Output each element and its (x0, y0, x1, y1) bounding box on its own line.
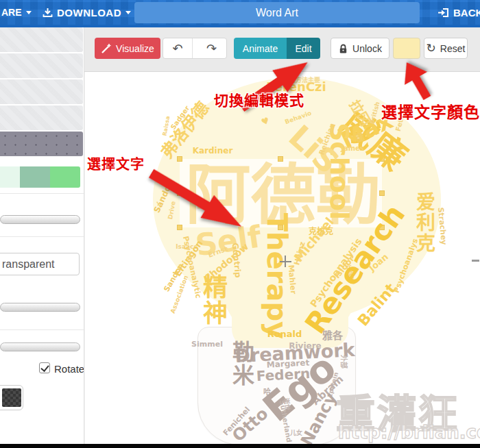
animate-label: Animate (243, 43, 278, 54)
density-slider[interactable] (0, 303, 80, 312)
download-menu-label: DOWNLOAD (57, 7, 121, 18)
app-title-tab: Word Art (134, 2, 420, 23)
rotate-label: Rotate (54, 363, 84, 375)
palette-row[interactable] (0, 53, 83, 78)
selection-handle[interactable] (278, 225, 283, 230)
selection-handle[interactable] (278, 156, 283, 162)
visualize-label: Visualize (116, 43, 154, 54)
bulb-neck-shape (232, 316, 348, 348)
reset-button[interactable]: ↻ Reset (424, 38, 468, 59)
reset-label: Reset (440, 43, 466, 54)
annotation-edit-mode: 切換編輯模式 (214, 89, 304, 110)
unlock-label: Unlock (352, 43, 382, 54)
back-button[interactable]: BACK (437, 0, 480, 25)
divider (0, 236, 84, 237)
download-icon (43, 8, 53, 18)
color-swatch (20, 166, 50, 188)
lock-icon (338, 43, 348, 54)
watermark-url: http://briian.com (338, 422, 480, 443)
selection-handle[interactable] (177, 225, 182, 230)
rotate-checkbox[interactable] (39, 362, 50, 373)
palette-row-selected[interactable] (0, 132, 83, 156)
back-icon (437, 8, 449, 18)
palette-row[interactable] (0, 79, 83, 104)
left-sidebar: Rotate (0, 27, 84, 444)
redo-button[interactable]: ↷ (197, 38, 226, 58)
word-color-swatch-button[interactable] (393, 38, 420, 59)
selection-handle[interactable] (379, 156, 385, 162)
size-slider[interactable] (0, 215, 80, 224)
selection-handle[interactable] (177, 156, 182, 162)
share-menu[interactable]: ARE (1, 0, 32, 25)
undo-button[interactable]: ↶ (163, 38, 193, 58)
unlock-button[interactable]: Unlock (331, 38, 389, 59)
background-color-input[interactable] (0, 253, 80, 275)
crosshair-icon (280, 261, 291, 262)
top-navbar: ARE DOWNLOAD Word Art BACK (0, 0, 480, 27)
rotate-option: Rotate (0, 362, 84, 375)
dark-texture-swatch (2, 388, 21, 407)
palette-row[interactable] (0, 105, 83, 130)
palette-row[interactable] (0, 27, 83, 52)
palette-row-green[interactable] (0, 166, 80, 188)
undo-redo-group: ↶ ↷ (163, 38, 227, 59)
angle-slider[interactable] (0, 343, 80, 351)
wordart-app: ARE DOWNLOAD Word Art BACK (0, 0, 480, 448)
divider (0, 193, 84, 194)
annotation-text-color: 選擇文字顏色 (381, 99, 480, 123)
share-menu-label: ARE (1, 7, 22, 18)
selection-handle[interactable] (379, 190, 385, 196)
page-title: Word Art (256, 7, 298, 19)
annotation-select-text: 選擇文字 (87, 153, 145, 173)
chevron-down-icon (125, 11, 131, 14)
color-swatch (0, 166, 20, 188)
animate-tab-button[interactable]: Animate (234, 38, 287, 59)
texture-swatch-button[interactable] (0, 385, 23, 410)
color-swatch (50, 166, 80, 188)
chevron-down-icon (26, 11, 32, 14)
back-button-label: BACK (453, 7, 480, 18)
screenshot-bottom-edge (0, 444, 480, 448)
visualize-button[interactable]: Visualize (95, 38, 160, 59)
download-menu[interactable]: DOWNLOAD (43, 0, 131, 25)
canvas-resize-handle[interactable] (472, 260, 479, 262)
divider (0, 329, 84, 330)
selection-handle[interactable] (379, 225, 385, 230)
reset-icon: ↻ (427, 42, 436, 54)
magic-wand-icon (101, 43, 112, 54)
